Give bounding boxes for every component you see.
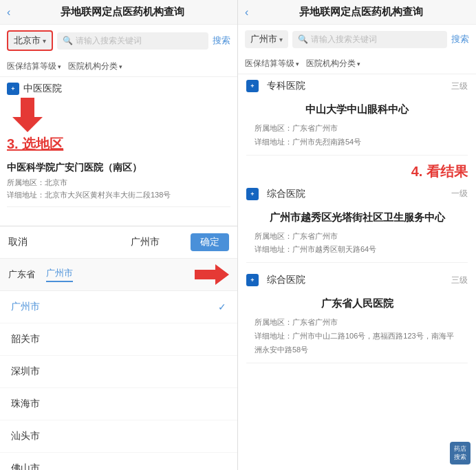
hospital-type-label: 中医医院 [23, 83, 62, 95]
r-hospital-name-3: 广东省人民医院 [255, 296, 459, 310]
left-filter-bar: 医保结算等级 ▾ 医院机构分类 ▾ [0, 56, 237, 77]
red-right-arrow [195, 264, 229, 285]
right-panel: ‹ 异地联网定点医药机构查询 广州市 ▾ 🔍 请输入搜索关键词 搜索 医保结算等… [238, 0, 476, 470]
red-arrow-step3 [7, 98, 230, 132]
filter-level-arrow: ▾ [58, 63, 61, 70]
picker-confirm-button[interactable]: 确定 [191, 233, 229, 251]
right-search-input-wrap: 🔍 请输入搜索关键词 [292, 31, 447, 48]
right-results: + 专科医院 三级 中山大学中山眼科中心 所属地区：广东省广州市 详细地址：广州… [238, 74, 476, 470]
hospital-address: 详细地址：北京市大兴区黄村兴丰大街二段138号 [7, 189, 230, 202]
search-placeholder: 请输入搜索关键词 [76, 35, 142, 47]
right-filter-bar: 医保结算等级 ▾ 医院机构分类 ▾ [238, 54, 476, 74]
right-selected-city: 广州市 [250, 33, 277, 45]
r-hospital-region-1: 所属地区：广东省广州市 [255, 122, 459, 136]
selected-city: 北京市 [14, 34, 41, 47]
r-level-1: 三级 [451, 81, 468, 92]
check-mark: ✓ [218, 301, 226, 312]
r-hospital-region-3: 所属地区：广东省广州市 [255, 316, 459, 330]
r-type-row-3: + 综合医院 三级 [246, 274, 468, 286]
r-type-row-2: + 综合医院 一级 [246, 188, 468, 200]
city-list-item[interactable]: 深圳市 [0, 356, 237, 388]
step3-label: 3. 选地区 [7, 135, 230, 153]
city-list-item[interactable]: 广州市 ✓ [0, 291, 237, 323]
filter-type[interactable]: 医院机构分类 ▾ [68, 61, 122, 72]
right-filter-type-arrow: ▾ [357, 61, 360, 67]
red-down-arrow [7, 98, 48, 132]
search-input-wrap: 🔍 请输入搜索关键词 [57, 32, 208, 50]
r-type-icon-1: + [246, 80, 259, 92]
right-filter-type[interactable]: 医院机构分类 ▾ [306, 58, 360, 70]
left-page-title: 异地联网定点医药机构查询 [14, 6, 230, 19]
r-hospital-name-2: 广州市越秀区光塔街社区卫生服务中心 [255, 210, 459, 224]
r-level-3: 三级 [451, 275, 468, 286]
picker-city-display: 广州市 [100, 236, 191, 248]
city-picker-overlay: 取消 广州市 确定 广东省 广州市 广州市 ✓ 韶关市 [0, 226, 237, 470]
r-type-label-1: 专科医院 [267, 80, 305, 92]
city-list-item[interactable]: 佛山市 [0, 453, 237, 470]
right-search-icon: 🔍 [298, 34, 308, 44]
watermark: 药店 搜索 [450, 442, 470, 464]
r-hospital-card-1: 中山大学中山眼科中心 所属地区：广东省广州市 详细地址：广州市先烈南路54号 [246, 96, 468, 156]
active-city-tag[interactable]: 广州市 [46, 267, 73, 282]
right-city-arrow: ▾ [279, 36, 283, 43]
right-search-placeholder: 请输入搜索关键词 [311, 34, 377, 45]
left-search-bar: 北京市 ▾ 🔍 请输入搜索关键词 搜索 [0, 25, 237, 56]
r-section-3: + 综合医院 三级 广东省人民医院 所属地区：广东省广州市 详细地址：广州市中山… [238, 268, 476, 368]
right-search-bar: 广州市 ▾ 🔍 请输入搜索关键词 搜索 [238, 25, 476, 54]
left-back-icon[interactable]: ‹ [7, 6, 10, 19]
r-type-label-3: 综合医院 [267, 274, 305, 286]
city-list-item[interactable]: 韶关市 [0, 323, 237, 356]
right-search-button[interactable]: 搜索 [451, 33, 469, 45]
r-type-label-2: 综合医院 [267, 188, 305, 200]
step4-label: 4. 看结果 [238, 161, 476, 182]
right-page-title: 异地联网定点医药机构查询 [252, 6, 469, 19]
city-dropdown-arrow: ▾ [43, 37, 46, 45]
filter-type-arrow: ▾ [119, 63, 122, 70]
province-row: 广东省 广州市 [0, 259, 237, 291]
hospital-card: 中医科学院广安门医院（南区） 所属地区：北京市 详细地址：北京市大兴区黄村兴丰大… [7, 156, 230, 207]
city-list: 广州市 ✓ 韶关市 深圳市 珠海市 汕头市 佛山市 [0, 291, 237, 470]
right-filter-level[interactable]: 医保结算等级 ▾ [245, 58, 299, 70]
r-level-2: 一级 [451, 188, 468, 200]
picker-cancel-button[interactable]: 取消 [8, 236, 100, 248]
r-section-1: + 专科医院 三级 中山大学中山眼科中心 所属地区：广东省广州市 详细地址：广州… [238, 74, 476, 161]
left-top-bar: ‹ 异地联网定点医药机构查询 [0, 0, 237, 25]
filter-level[interactable]: 医保结算等级 ▾ [7, 61, 61, 72]
r-hospital-address-3: 详细地址：广州市中山二路106号，惠福西路123号，南海平洲永安中路58号 [255, 330, 459, 357]
r-section-2: + 综合医院 一级 广州市越秀区光塔街社区卫生服务中心 所属地区：广东省广州市 … [238, 182, 476, 269]
hospital-type-row: + 中医医院 [7, 83, 230, 95]
r-hospital-card-3: 广东省人民医院 所属地区：广东省广州市 详细地址：广州市中山二路106号，惠福西… [246, 290, 468, 363]
province-tag[interactable]: 广东省 [8, 268, 35, 281]
r-type-icon-3: + [246, 274, 259, 286]
search-button[interactable]: 搜索 [213, 34, 230, 47]
r-type-row-1: + 专科医院 三级 [246, 80, 468, 92]
search-icon: 🔍 [63, 36, 73, 45]
right-back-icon[interactable]: ‹ [245, 6, 248, 19]
city-list-item[interactable]: 汕头市 [0, 420, 237, 453]
city-selector[interactable]: 北京市 ▾ [7, 30, 53, 51]
r-hospital-address-2: 详细地址：广州市越秀区朝天路64号 [255, 243, 459, 257]
r-type-icon-2: + [246, 188, 259, 200]
hospital-name: 中医科学院广安门医院（南区） [7, 162, 230, 174]
city-list-item[interactable]: 珠海市 [0, 388, 237, 420]
r-hospital-card-2: 广州市越秀区光塔街社区卫生服务中心 所属地区：广东省广州市 详细地址：广州市越秀… [246, 204, 468, 264]
svg-marker-0 [12, 98, 43, 132]
right-city-selector[interactable]: 广州市 ▾ [245, 30, 288, 48]
r-hospital-region-2: 所属地区：广东省广州市 [255, 230, 459, 244]
left-panel: ‹ 异地联网定点医药机构查询 北京市 ▾ 🔍 请输入搜索关键词 搜索 医保结算等… [0, 0, 238, 470]
r-hospital-name-1: 中山大学中山眼科中心 [255, 102, 459, 116]
hospital-region: 所属地区：北京市 [7, 177, 230, 189]
city-picker-header: 取消 广州市 确定 [0, 226, 237, 259]
r-hospital-address-1: 详细地址：广州市先烈南路54号 [255, 136, 459, 149]
type-icon: + [7, 83, 19, 95]
right-filter-level-arrow: ▾ [296, 61, 299, 67]
svg-marker-1 [195, 264, 229, 285]
right-top-bar: ‹ 异地联网定点医药机构查询 [238, 0, 476, 25]
